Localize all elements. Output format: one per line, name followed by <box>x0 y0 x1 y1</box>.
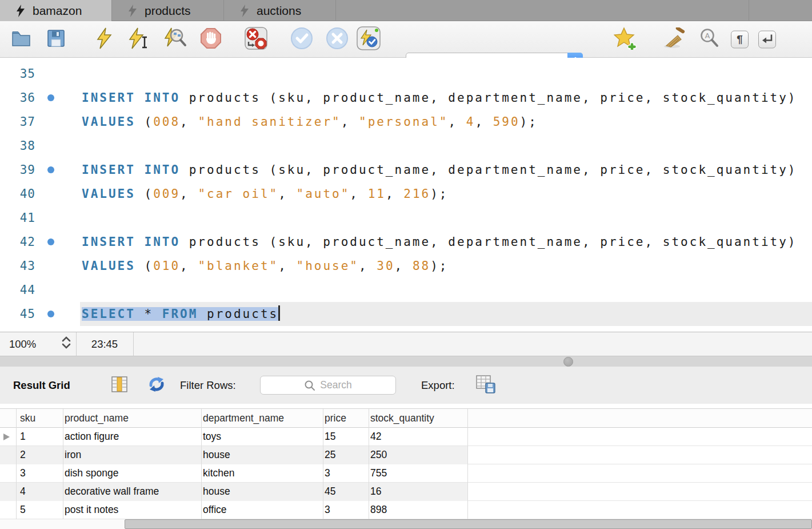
code-text[interactable]: INSERT INTO products (sku, product_name,… <box>82 158 797 182</box>
grid-cell[interactable]: dish sponge <box>65 464 118 482</box>
grid-cell[interactable]: 2 <box>20 446 26 464</box>
stop-icon[interactable] <box>200 27 222 51</box>
text-caret <box>278 305 280 321</box>
line-number: 35 <box>0 62 35 86</box>
grid-cell[interactable]: 45 <box>325 483 335 500</box>
code-line[interactable]: 42INSERT INTO products (sku, product_nam… <box>0 230 812 254</box>
save-script-icon[interactable] <box>47 29 65 50</box>
result-grid-title: Result Grid <box>13 367 70 404</box>
code-line[interactable]: 35 <box>0 62 812 86</box>
table-row[interactable]: 5post it notesoffice3898 <box>0 501 812 519</box>
table-row[interactable]: 4decorative wall framehouse4516 <box>0 483 812 501</box>
tab-bamazon[interactable]: bamazon <box>0 0 112 21</box>
grid-cell[interactable]: post it notes <box>65 501 118 519</box>
execute-icon[interactable] <box>95 27 113 52</box>
table-row[interactable]: 3dish spongekitchen3755 <box>0 464 812 483</box>
grid-cell[interactable]: 250 <box>370 446 387 464</box>
statement-marker-icon <box>47 94 54 101</box>
grid-cell[interactable]: 898 <box>370 501 387 519</box>
grid-cell[interactable]: 3 <box>20 464 26 482</box>
grid-cell[interactable]: house <box>203 446 230 464</box>
toggle-wrap-icon[interactable] <box>758 30 776 48</box>
cursor-position: 23:45 <box>86 332 123 356</box>
code-line[interactable]: 41 <box>0 206 812 230</box>
tab-label: bamazon <box>33 4 82 18</box>
grid-cell[interactable]: toys <box>203 428 221 446</box>
table-row[interactable]: 2ironhouse25250 <box>0 446 812 464</box>
grid-cell[interactable]: decorative wall frame <box>65 483 159 500</box>
code-line[interactable]: 38 <box>0 134 812 158</box>
find-icon[interactable]: A <box>699 28 720 51</box>
grid-cell[interactable]: 5 <box>20 501 26 519</box>
toggle-stop-on-error-icon[interactable] <box>245 27 267 52</box>
grid-header-sku[interactable]: sku <box>20 409 35 428</box>
grid-cell[interactable]: 1 <box>20 428 26 446</box>
horizontal-scrollbar-thumb[interactable] <box>125 519 812 529</box>
tab-auctions[interactable]: auctions <box>224 0 336 21</box>
splitter-handle-icon[interactable] <box>563 357 573 367</box>
lightning-icon <box>240 5 249 17</box>
code-line[interactable]: 45SELECT * FROM products <box>0 302 812 326</box>
show-invisibles-icon[interactable]: ¶ <box>731 30 749 48</box>
grid-header-product_name[interactable]: product_name <box>65 409 129 428</box>
code-line[interactable]: 40VALUES (009, "car oil", "auto", 11, 21… <box>0 182 812 206</box>
search-input[interactable]: Search <box>260 376 396 395</box>
line-number: 43 <box>0 254 35 278</box>
code-text[interactable]: INSERT INTO products (sku, product_name,… <box>82 86 797 110</box>
grid-cell[interactable]: 42 <box>370 428 381 446</box>
filter-rows-label: Filter Rows: <box>180 367 236 404</box>
code-line[interactable]: 37VALUES (008, "hand sanitizer", "person… <box>0 110 812 134</box>
code-text[interactable]: VALUES (009, "car oil", "auto", 11, 216)… <box>82 182 448 206</box>
grid-cell[interactable]: 3 <box>325 464 330 482</box>
grid-cell[interactable]: 15 <box>325 428 335 446</box>
new-snippet-icon[interactable] <box>614 27 638 52</box>
grid-cell[interactable]: 3 <box>325 501 330 519</box>
tab-label: products <box>145 4 191 18</box>
code-text[interactable]: SELECT * FROM products <box>82 302 280 326</box>
grid-header-row: skuproduct_namedepartment_namepricestock… <box>0 409 812 428</box>
open-script-icon[interactable] <box>10 29 32 50</box>
grid-header-department_name[interactable]: department_name <box>203 409 284 428</box>
commit-icon[interactable] <box>290 27 313 52</box>
grid-cell[interactable]: house <box>203 483 230 500</box>
grid-header-stock_quantity[interactable]: stock_quantity <box>370 409 434 428</box>
grid-column-divider <box>16 409 17 519</box>
toggle-autocommit-icon[interactable] <box>357 26 381 53</box>
code-line[interactable]: 36INSERT INTO products (sku, product_nam… <box>0 86 812 110</box>
grid-cell[interactable]: 25 <box>325 446 335 464</box>
export-recordset-icon[interactable] <box>475 375 496 396</box>
execute-current-statement-icon[interactable] <box>128 27 151 52</box>
code-line[interactable]: 39INSERT INTO products (sku, product_nam… <box>0 158 812 182</box>
grid-cell[interactable]: office <box>203 501 227 519</box>
code-text[interactable]: INSERT INTO products (sku, product_name,… <box>82 230 797 254</box>
grid-header-price[interactable]: price <box>325 409 346 428</box>
grid-column-divider <box>467 409 468 519</box>
code-line[interactable]: 44 <box>0 278 812 302</box>
result-grid: skuproduct_namedepartment_namepricestock… <box>0 408 812 519</box>
line-number: 44 <box>0 278 35 302</box>
svg-text:A: A <box>705 31 710 40</box>
grid-column-divider <box>201 409 202 519</box>
table-row[interactable]: 1action figuretoys1542 <box>0 428 812 446</box>
code-line[interactable]: 43VALUES (010, "blanket", "house", 30, 8… <box>0 254 812 278</box>
code-text[interactable]: VALUES (010, "blanket", "house", 30, 88)… <box>82 254 448 278</box>
panel-splitter[interactable] <box>0 356 812 367</box>
code-text[interactable]: VALUES (008, "hand sanitizer", "personal… <box>82 110 538 134</box>
sql-editor[interactable]: 3536INSERT INTO products (sku, product_n… <box>0 58 812 332</box>
grid-cell[interactable]: 755 <box>370 464 387 482</box>
tab-label: auctions <box>257 4 301 18</box>
result-grid-icon[interactable] <box>111 376 128 395</box>
grid-cell[interactable]: 16 <box>370 483 381 500</box>
explain-plan-icon[interactable] <box>163 27 187 52</box>
grid-cell[interactable]: action figure <box>65 428 119 446</box>
grid-cell[interactable]: 4 <box>20 483 26 500</box>
rollback-icon[interactable] <box>326 27 349 52</box>
zoom-stepper[interactable] <box>62 336 71 349</box>
horizontal-scrollbar <box>0 519 812 529</box>
grid-cell[interactable]: iron <box>65 446 81 464</box>
tab-products[interactable]: products <box>112 0 224 21</box>
beautify-icon[interactable] <box>662 27 687 51</box>
refresh-icon[interactable] <box>147 375 166 396</box>
export-label: Export: <box>421 367 455 404</box>
grid-cell[interactable]: kitchen <box>203 464 234 482</box>
